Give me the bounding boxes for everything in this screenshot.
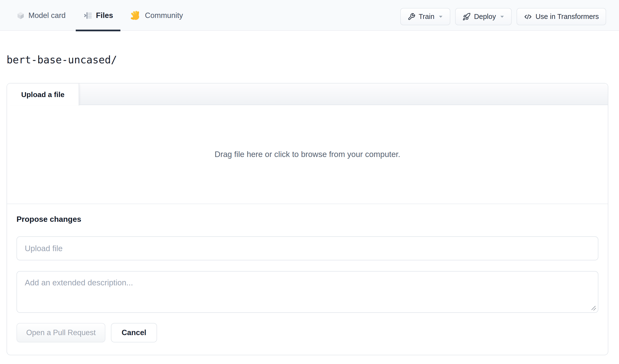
cube-icon — [16, 11, 25, 20]
page: Model card Files — [0, 0, 619, 364]
resize-handle-icon[interactable] — [590, 304, 597, 311]
propose-actions: Open a Pull Request Cancel — [16, 323, 598, 342]
cancel-button[interactable]: Cancel — [111, 323, 157, 342]
tab-model-card-label: Model card — [28, 11, 66, 20]
caret-down-icon — [500, 15, 505, 18]
description-field-wrap — [16, 271, 598, 313]
tab-files-label: Files — [96, 11, 113, 20]
waving-hand-icon — [131, 10, 141, 21]
train-button[interactable]: Train — [400, 8, 450, 25]
upload-panel: Upload a file Drag file here or click to… — [7, 83, 608, 355]
use-in-transformers-button-label: Use in Transformers — [535, 13, 599, 21]
tab-upload-a-file[interactable]: Upload a file — [7, 84, 79, 106]
rocket-icon — [463, 13, 471, 21]
file-dropzone[interactable]: Drag file here or click to browse from y… — [7, 105, 608, 204]
dropzone-text: Drag file here or click to browse from y… — [215, 150, 400, 159]
propose-changes-section: Propose changes Open a Pull Request Canc… — [7, 215, 608, 342]
tab-upload-a-file-label: Upload a file — [21, 91, 64, 99]
code-icon — [524, 13, 532, 21]
tab-community[interactable]: Community — [123, 0, 190, 31]
files-list-icon — [83, 11, 92, 20]
open-pull-request-button[interactable]: Open a Pull Request — [16, 323, 105, 342]
use-in-transformers-button[interactable]: Use in Transformers — [517, 8, 606, 25]
breadcrumb: bert-base-uncased/ — [7, 54, 117, 66]
panel-tabstrip: Upload a file — [7, 84, 608, 105]
description-textarea[interactable] — [16, 271, 598, 313]
wrench-icon — [408, 13, 415, 21]
deploy-button-label: Deploy — [474, 13, 496, 21]
caret-down-icon — [438, 15, 443, 18]
active-tab-underline — [76, 30, 120, 31]
tab-community-label: Community — [145, 11, 183, 20]
train-button-label: Train — [419, 13, 435, 21]
tab-files[interactable]: Files — [76, 0, 120, 31]
propose-changes-heading: Propose changes — [16, 215, 598, 224]
upload-filename-input[interactable] — [16, 236, 598, 260]
repo-tab-bar: Model card Files — [0, 0, 619, 31]
repo-tabs: Model card Files — [9, 0, 190, 31]
tab-model-card[interactable]: Model card — [9, 0, 73, 31]
deploy-button[interactable]: Deploy — [455, 8, 512, 25]
repo-action-buttons: Train Deploy — [400, 8, 606, 25]
